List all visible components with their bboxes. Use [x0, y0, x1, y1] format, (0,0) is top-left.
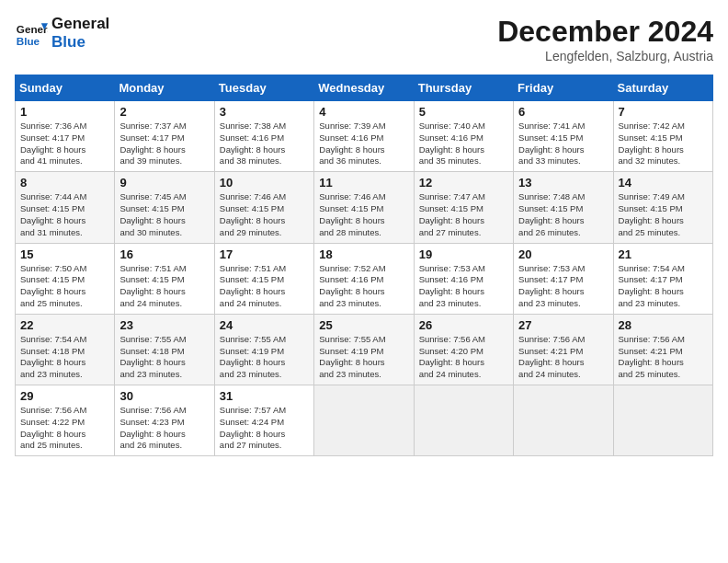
day-number: 25 — [319, 318, 408, 332]
day-number: 13 — [518, 176, 608, 190]
day-number: 11 — [319, 176, 408, 190]
day-number: 30 — [119, 389, 209, 403]
day-number: 15 — [20, 247, 109, 261]
day-info: Sunrise: 7:44 AM Sunset: 4:15 PM Dayligh… — [20, 191, 109, 238]
day-info: Sunrise: 7:47 AM Sunset: 4:15 PM Dayligh… — [419, 191, 508, 238]
calendar-table: SundayMondayTuesdayWednesdayThursdayFrid… — [15, 75, 713, 456]
calendar-cell: 17Sunrise: 7:51 AM Sunset: 4:15 PM Dayli… — [214, 243, 313, 314]
day-number: 29 — [20, 389, 109, 403]
week-row-2: 8Sunrise: 7:44 AM Sunset: 4:15 PM Daylig… — [16, 172, 713, 243]
title-block: December 2024 Lengfelden, Salzburg, Aust… — [497, 15, 713, 63]
day-info: Sunrise: 7:54 AM Sunset: 4:17 PM Dayligh… — [619, 263, 708, 310]
day-info: Sunrise: 7:55 AM Sunset: 4:18 PM Dayligh… — [119, 334, 209, 381]
day-info: Sunrise: 7:56 AM Sunset: 4:22 PM Dayligh… — [20, 405, 109, 452]
day-number: 7 — [619, 105, 708, 119]
calendar-cell: 28Sunrise: 7:56 AM Sunset: 4:21 PM Dayli… — [613, 314, 712, 385]
day-info: Sunrise: 7:57 AM Sunset: 4:24 PM Dayligh… — [220, 405, 309, 452]
day-info: Sunrise: 7:49 AM Sunset: 4:15 PM Dayligh… — [619, 191, 708, 238]
calendar-cell: 9Sunrise: 7:45 AM Sunset: 4:15 PM Daylig… — [115, 172, 214, 243]
day-info: Sunrise: 7:46 AM Sunset: 4:15 PM Dayligh… — [220, 191, 309, 238]
calendar-cell: 23Sunrise: 7:55 AM Sunset: 4:18 PM Dayli… — [115, 314, 214, 385]
calendar-cell — [414, 385, 513, 456]
calendar-cell: 11Sunrise: 7:46 AM Sunset: 4:15 PM Dayli… — [314, 172, 414, 243]
calendar-cell: 26Sunrise: 7:56 AM Sunset: 4:20 PM Dayli… — [414, 314, 513, 385]
header-thursday: Thursday — [414, 75, 513, 101]
day-info: Sunrise: 7:45 AM Sunset: 4:15 PM Dayligh… — [119, 191, 209, 238]
day-info: Sunrise: 7:51 AM Sunset: 4:15 PM Dayligh… — [220, 263, 309, 310]
logo-icon: General Blue — [15, 17, 48, 50]
day-number: 9 — [119, 176, 209, 190]
calendar-cell: 1Sunrise: 7:36 AM Sunset: 4:17 PM Daylig… — [16, 101, 115, 172]
header-wednesday: Wednesday — [314, 75, 414, 101]
day-number: 3 — [220, 105, 309, 119]
location-subtitle: Lengfelden, Salzburg, Austria — [497, 49, 713, 63]
page-header: General Blue General Blue December 2024 … — [15, 15, 713, 63]
calendar-cell: 16Sunrise: 7:51 AM Sunset: 4:15 PM Dayli… — [115, 243, 214, 314]
day-number: 8 — [20, 176, 109, 190]
day-number: 31 — [220, 389, 309, 403]
day-number: 20 — [518, 247, 608, 261]
logo-line1: General — [51, 15, 109, 33]
day-number: 5 — [419, 105, 508, 119]
header-saturday: Saturday — [613, 75, 712, 101]
week-row-1: 1Sunrise: 7:36 AM Sunset: 4:17 PM Daylig… — [16, 101, 713, 172]
day-number: 6 — [518, 105, 608, 119]
day-number: 17 — [220, 247, 309, 261]
day-info: Sunrise: 7:55 AM Sunset: 4:19 PM Dayligh… — [220, 334, 309, 381]
calendar-cell: 15Sunrise: 7:50 AM Sunset: 4:15 PM Dayli… — [16, 243, 115, 314]
calendar-cell: 5Sunrise: 7:40 AM Sunset: 4:16 PM Daylig… — [414, 101, 513, 172]
calendar-cell — [613, 385, 712, 456]
day-number: 27 — [518, 318, 608, 332]
header-tuesday: Tuesday — [214, 75, 313, 101]
calendar-cell: 22Sunrise: 7:54 AM Sunset: 4:18 PM Dayli… — [16, 314, 115, 385]
day-info: Sunrise: 7:54 AM Sunset: 4:18 PM Dayligh… — [20, 334, 109, 381]
calendar-cell: 4Sunrise: 7:39 AM Sunset: 4:16 PM Daylig… — [314, 101, 414, 172]
day-number: 22 — [20, 318, 109, 332]
day-number: 10 — [220, 176, 309, 190]
calendar-cell: 10Sunrise: 7:46 AM Sunset: 4:15 PM Dayli… — [214, 172, 313, 243]
day-info: Sunrise: 7:42 AM Sunset: 4:15 PM Dayligh… — [619, 121, 708, 167]
day-number: 2 — [119, 105, 209, 119]
day-number: 19 — [419, 247, 508, 261]
calendar-cell: 29Sunrise: 7:56 AM Sunset: 4:22 PM Dayli… — [16, 385, 115, 456]
day-number: 24 — [220, 318, 309, 332]
day-info: Sunrise: 7:36 AM Sunset: 4:17 PM Dayligh… — [20, 121, 109, 167]
day-info: Sunrise: 7:51 AM Sunset: 4:15 PM Dayligh… — [119, 263, 209, 310]
day-info: Sunrise: 7:56 AM Sunset: 4:21 PM Dayligh… — [619, 334, 708, 381]
calendar-cell: 2Sunrise: 7:37 AM Sunset: 4:17 PM Daylig… — [115, 101, 214, 172]
header-friday: Friday — [514, 75, 613, 101]
day-number: 21 — [619, 247, 708, 261]
week-row-5: 29Sunrise: 7:56 AM Sunset: 4:22 PM Dayli… — [16, 385, 713, 456]
calendar-cell: 6Sunrise: 7:41 AM Sunset: 4:15 PM Daylig… — [514, 101, 613, 172]
day-number: 14 — [619, 176, 708, 190]
day-info: Sunrise: 7:46 AM Sunset: 4:15 PM Dayligh… — [319, 191, 408, 238]
day-info: Sunrise: 7:50 AM Sunset: 4:15 PM Dayligh… — [20, 263, 109, 310]
day-info: Sunrise: 7:38 AM Sunset: 4:16 PM Dayligh… — [220, 121, 309, 167]
calendar-cell: 24Sunrise: 7:55 AM Sunset: 4:19 PM Dayli… — [214, 314, 313, 385]
day-number: 4 — [319, 105, 408, 119]
calendar-cell: 30Sunrise: 7:56 AM Sunset: 4:23 PM Dayli… — [115, 385, 214, 456]
day-info: Sunrise: 7:56 AM Sunset: 4:20 PM Dayligh… — [419, 334, 508, 381]
day-info: Sunrise: 7:56 AM Sunset: 4:23 PM Dayligh… — [119, 405, 209, 452]
day-info: Sunrise: 7:39 AM Sunset: 4:16 PM Dayligh… — [319, 121, 408, 167]
calendar-cell: 8Sunrise: 7:44 AM Sunset: 4:15 PM Daylig… — [16, 172, 115, 243]
day-info: Sunrise: 7:41 AM Sunset: 4:15 PM Dayligh… — [518, 121, 608, 167]
svg-text:Blue: Blue — [17, 35, 40, 47]
day-number: 26 — [419, 318, 508, 332]
calendar-cell: 27Sunrise: 7:56 AM Sunset: 4:21 PM Dayli… — [514, 314, 613, 385]
day-info: Sunrise: 7:55 AM Sunset: 4:19 PM Dayligh… — [319, 334, 408, 381]
header-sunday: Sunday — [16, 75, 115, 101]
calendar-cell: 14Sunrise: 7:49 AM Sunset: 4:15 PM Dayli… — [613, 172, 712, 243]
week-row-3: 15Sunrise: 7:50 AM Sunset: 4:15 PM Dayli… — [16, 243, 713, 314]
calendar-cell: 13Sunrise: 7:48 AM Sunset: 4:15 PM Dayli… — [514, 172, 613, 243]
calendar-cell — [514, 385, 613, 456]
day-number: 18 — [319, 247, 408, 261]
calendar-cell: 7Sunrise: 7:42 AM Sunset: 4:15 PM Daylig… — [613, 101, 712, 172]
month-title: December 2024 — [497, 15, 713, 49]
day-number: 16 — [119, 247, 209, 261]
header-monday: Monday — [115, 75, 214, 101]
calendar-cell — [314, 385, 414, 456]
day-info: Sunrise: 7:40 AM Sunset: 4:16 PM Dayligh… — [419, 121, 508, 167]
calendar-cell: 21Sunrise: 7:54 AM Sunset: 4:17 PM Dayli… — [613, 243, 712, 314]
day-info: Sunrise: 7:53 AM Sunset: 4:16 PM Dayligh… — [419, 263, 508, 310]
